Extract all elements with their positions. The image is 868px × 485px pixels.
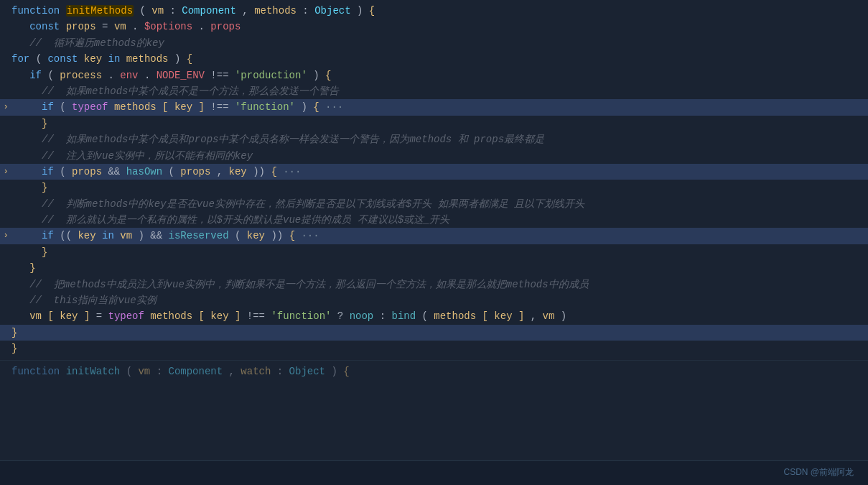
code-text: // 注入到vue实例中，所以不能有相同的key: [11, 148, 862, 164]
code-text: // 如果methods中某个成员不是一个方法，那么会发送一个警告: [11, 83, 862, 99]
line-arrow: ›: [0, 229, 11, 243]
code-text: if ( process . env . NODE_ENV !== 'produ…: [11, 68, 862, 83]
code-text: }: [11, 260, 862, 276]
code-text: // 判断methods中的key是否在vue实例中存在，然后判断是否是以下划线…: [11, 196, 862, 212]
code-line: }: [0, 244, 868, 260]
code-line: for ( const key in methods ) {: [0, 51, 868, 67]
code-line: // 注入到vue实例中，所以不能有相同的key: [0, 148, 868, 164]
code-line-highlighted: }: [0, 325, 868, 341]
bottom-bar: CSDN @前端阿龙: [0, 460, 868, 485]
code-text: // 那么就认为是一个私有的属性，以$开头的默认是vue提供的成员 不建议以$或…: [11, 212, 862, 228]
code-line-highlighted: › if ( props && hasOwn ( props , key )) …: [0, 164, 868, 180]
code-line: }: [0, 341, 868, 356]
code-line: // 如果methods中某个成员不是一个方法，那么会发送一个警告: [0, 83, 868, 99]
code-text: if ( props && hasOwn ( props , key )) { …: [11, 164, 862, 180]
code-text: const props = vm . $options . props: [11, 19, 862, 34]
code-line: // this指向当前vue实例: [0, 292, 868, 308]
code-line: }: [0, 116, 868, 131]
code-line-highlighted: › if (( key in vm ) && isReserved ( key …: [0, 228, 868, 244]
line-arrow: ›: [0, 165, 11, 179]
code-line: function initMethods ( vm : Component , …: [0, 3, 868, 19]
code-text: // 把methods中成员注入到vue实例中，判断如果不是一个方法，那么返回一…: [11, 277, 862, 292]
code-text: if ( typeof methods [ key ] !== 'functio…: [11, 99, 862, 115]
code-text: }: [11, 244, 862, 260]
line-arrow: ›: [0, 101, 11, 114]
code-text: }: [11, 341, 862, 356]
code-text: function initMethods ( vm : Component , …: [11, 3, 862, 19]
code-line: // 判断methods中的key是否在vue实例中存在，然后判断是否是以下划线…: [0, 196, 868, 212]
code-text: // 循环遍历methods的key: [11, 35, 862, 51]
code-text: }: [11, 116, 862, 131]
code-text: for ( const key in methods ) {: [11, 51, 862, 67]
code-line: if ( process . env . NODE_ENV !== 'produ…: [0, 68, 868, 83]
code-editor: function initMethods ( vm : Component , …: [0, 0, 868, 460]
code-line: // 那么就认为是一个私有的属性，以$开头的默认是vue提供的成员 不建议以$或…: [0, 212, 868, 228]
code-line: const props = vm . $options . props: [0, 19, 868, 34]
code-line: function initWatch ( vm : Component , wa…: [0, 360, 868, 379]
code-line: vm [ key ] = typeof methods [ key ] !== …: [0, 308, 868, 324]
code-text: // this指向当前vue实例: [11, 292, 862, 308]
code-text: // 如果methods中某个成员和props中某个成员名称一样会发送一个警告，…: [11, 131, 862, 147]
code-text: }: [11, 325, 862, 341]
code-line-highlighted: › if ( typeof methods [ key ] !== 'funct…: [0, 99, 868, 115]
code-text: function initWatch ( vm : Component , wa…: [11, 364, 862, 379]
code-line: // 循环遍历methods的key: [0, 35, 868, 51]
code-line: }: [0, 180, 868, 195]
code-line: // 把methods中成员注入到vue实例中，判断如果不是一个方法，那么返回一…: [0, 277, 868, 292]
watermark: CSDN @前端阿龙: [783, 466, 854, 479]
code-text: if (( key in vm ) && isReserved ( key ))…: [11, 228, 862, 244]
code-text: }: [11, 180, 862, 195]
code-line: }: [0, 260, 868, 276]
code-text: vm [ key ] = typeof methods [ key ] !== …: [11, 308, 862, 324]
code-line: // 如果methods中某个成员和props中某个成员名称一样会发送一个警告，…: [0, 131, 868, 147]
